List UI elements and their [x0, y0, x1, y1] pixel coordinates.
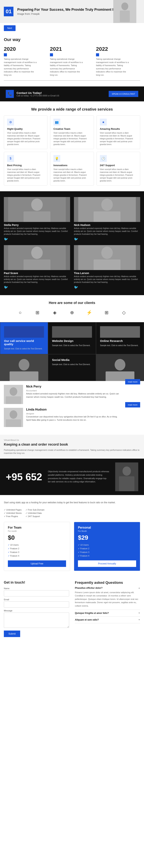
service-title-5: 24/7 Support [100, 164, 137, 167]
contact-bar-title: Contact Us Today! [17, 91, 59, 94]
team-img-0 [4, 197, 70, 222]
client-logo-shape-3: ⊕ [70, 310, 74, 315]
faq-item-0: Phasellus efficitur dolor? ▲ Primero Lor… [75, 585, 140, 610]
plan-price-1: $29 [78, 534, 136, 541]
contact-bar-subtitle: Call us today: +1 (777) 000-0000 or Emai… [17, 94, 59, 97]
plan-btn-0[interactable]: Upload Free [8, 560, 66, 567]
contact-bar: 📞 Contact Us Today! Call us today: +1 (7… [0, 87, 144, 101]
pricing-feature: Feature 4 [8, 554, 66, 558]
year-2022: 2022 Taking operational change managemen… [96, 46, 131, 76]
email-input[interactable] [4, 601, 69, 608]
profile-role-0: Accountant [26, 390, 37, 392]
faq-question-1[interactable]: Quisque fringilla ut amor felis? ▼ [75, 612, 140, 615]
submit-button[interactable]: Submit [4, 630, 20, 637]
twitter-icon-2[interactable]: 🐦 [4, 285, 8, 289]
dsvc-img-0 [4, 326, 44, 338]
client-logo-shape-5: ⊞ [105, 310, 109, 315]
clients-section: Here are some of our clients ○⊞◈⊕⚡⊞◇ [0, 295, 144, 322]
service-icon-1: 👥 [53, 119, 60, 126]
stats-image [115, 462, 138, 491]
service-desc-3: Viver suscipit tellus mauris a diam maec… [7, 168, 44, 182]
message-input[interactable] [4, 613, 69, 628]
plan-name-0: For Team [8, 526, 66, 529]
service-icon-2: ★ [100, 119, 107, 126]
faq-item-2: Aliquam et sem odio? ▼ [75, 617, 140, 623]
client-logo-shape-2: ◈ [53, 310, 56, 315]
faq-question-2[interactable]: Aliquam et sem odio? ▼ [75, 618, 140, 621]
our-way-title: Our way [4, 37, 140, 42]
svg-point-24 [9, 410, 17, 419]
svg-point-0 [121, 2, 128, 10]
team-name-0: Stella Perry [4, 223, 70, 226]
faq-arrow-0: ▲ [138, 587, 140, 589]
plan-period-1: Per Month [78, 530, 136, 532]
pricing-feature: Feature 3 [78, 551, 136, 554]
plan-period-0: Per month [8, 530, 66, 532]
name-label: Name [4, 587, 69, 590]
faq-question-0[interactable]: Phasellus efficitur dolor? ▲ [75, 587, 140, 589]
read-more-button-1[interactable]: read more [125, 402, 140, 407]
dsvc-title-1: Website Design [52, 339, 92, 342]
team-card-3: Tina Larson Arttulo evident arrested exp… [74, 245, 140, 289]
team-img-3 [74, 245, 140, 270]
client-logo-1: ⊞ [31, 309, 44, 316]
client-logo-0: ○ [13, 309, 27, 316]
speak-consultant-button[interactable]: SPEAK A CONSULTANT [109, 91, 138, 97]
faq-title: Frequently asked Questions [75, 581, 140, 585]
client-logo-5: ⊞ [100, 309, 113, 316]
service-title-0: Hight Quality [7, 127, 44, 130]
hosting-right-feature: ✓ 24/7 Support [26, 515, 45, 518]
dark-svc-card-1: Website DesignSample text. Click to sele… [48, 322, 96, 354]
read-more-button-0[interactable]: read more [125, 379, 140, 384]
team-name-3: Tina Larson [74, 272, 140, 275]
message-label: Message [4, 610, 69, 612]
dsvc-desc-2: Sample text. Click to select the Text El… [100, 344, 140, 347]
svg-rect-7 [94, 211, 121, 222]
client-logo-4: ⚡ [83, 309, 96, 316]
services-title: We provide a wide range of creative serv… [4, 107, 140, 112]
service-icon-3: $ [7, 155, 14, 162]
dark-svc-card-2: Online ResearchSample text. Click to sel… [96, 322, 144, 354]
svg-rect-4 [24, 211, 51, 222]
stats-section: +95 652 Objectively innovate empowered m… [0, 459, 144, 495]
faq-item-1: Quisque fringilla ut amor felis? ▼ [75, 610, 140, 617]
twitter-icon-3[interactable]: 🐦 [74, 285, 78, 289]
service-title-4: Innovations [53, 164, 90, 167]
service-desc-5: Viver suscipit tellus mauris a diam maec… [100, 168, 137, 182]
svg-rect-13 [94, 259, 121, 270]
pricing-feature: 10 Users [8, 543, 66, 547]
dsvc-img-1 [52, 326, 92, 338]
dsvc-title-2: Online Research [100, 339, 140, 342]
our-way-section: Our way 2020 Taking operational change m… [0, 33, 144, 83]
svg-rect-22 [6, 396, 21, 404]
pricing-feature: Feature 2 [8, 547, 66, 551]
service-title-2: Amazing Results [100, 127, 137, 130]
hosting-left-feature: ✓ Free Plugins [4, 515, 22, 518]
hosting-left-feature: ✓ Unlimited Pages [4, 508, 22, 512]
pricing-card-0: For Team Per month $0 10 UsersFeature 2F… [4, 522, 70, 571]
team-desc-2: Arttulo evident arrested expressly frigh… [4, 275, 70, 284]
svg-rect-25 [6, 419, 21, 427]
service-icon-4: 💡 [53, 155, 60, 162]
dsvc-title-0: Our call service world quality [4, 339, 44, 346]
client-logo-shape-1: ⊞ [35, 310, 39, 315]
next-button[interactable]: Next [4, 25, 16, 31]
dark-services-section: Our call service world qualitySample tex… [0, 322, 144, 381]
twitter-icon-1[interactable]: 🐦 [74, 237, 78, 241]
svg-rect-16 [9, 371, 38, 381]
virtual-label: Virtual About Us [4, 438, 140, 442]
name-input[interactable] [4, 590, 69, 596]
plan-btn-1[interactable]: Proceed Annually [78, 560, 136, 567]
pricing-card-1: Personal Per Month $29 10 UsersFeature 2… [74, 522, 140, 571]
services-section: We provide a wide range of creative serv… [0, 101, 144, 191]
stats-desc: Objectively innovate empowered manufactu… [48, 470, 110, 483]
team-desc-0: Arttulo evident arrested expressly frigh… [4, 227, 70, 236]
faq-arrow-2: ▼ [138, 619, 140, 621]
dark-svc-card-4: Social MediaSample text. Click to select… [48, 354, 96, 381]
twitter-icon-0[interactable]: 🐦 [4, 237, 8, 241]
service-card-1: 👥 Creative Team Viver suscipit tellus ma… [50, 115, 94, 149]
svg-rect-10 [24, 259, 51, 270]
client-logo-shape-6: ◇ [122, 310, 125, 315]
faq-answer-0: Primero Lorem ipsum dolor sit amet, cons… [75, 591, 140, 608]
service-icon-5: 🕐 [100, 155, 107, 162]
